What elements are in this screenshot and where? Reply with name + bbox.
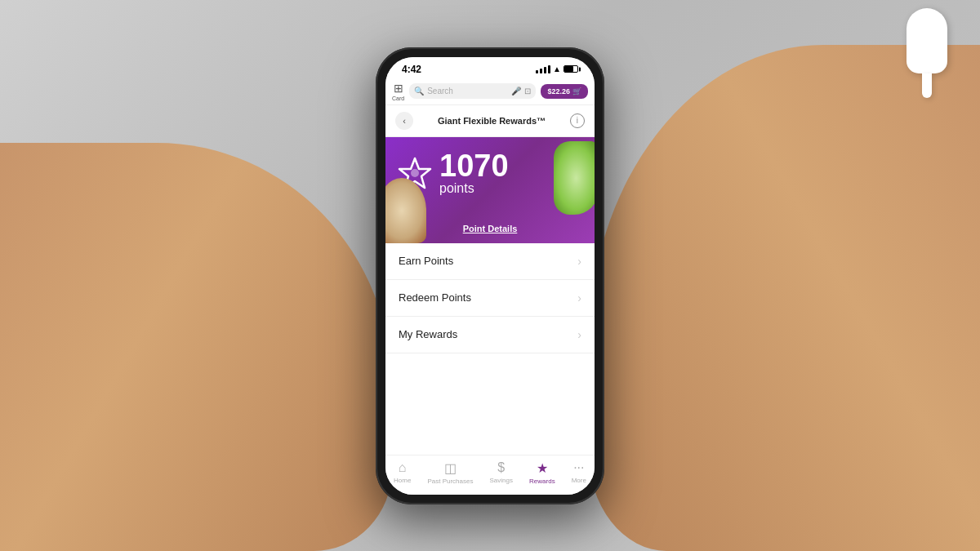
- my-rewards-label: My Rewards: [399, 328, 457, 340]
- cart-button[interactable]: $22.26 🛒: [541, 84, 588, 99]
- info-button[interactable]: i: [570, 113, 585, 128]
- rewards-label: Rewards: [529, 478, 555, 485]
- nav-item-home[interactable]: ⌂ Home: [394, 460, 411, 484]
- savings-label: Savings: [490, 477, 513, 484]
- battery-icon: [564, 65, 578, 73]
- airpod: [906, 8, 947, 73]
- earn-points-chevron: ›: [577, 255, 581, 268]
- nav-header: ‹ Giant Flexible Rewards™ i: [385, 105, 595, 137]
- signal-bar-1: [536, 70, 538, 73]
- home-icon: ⌂: [399, 460, 407, 475]
- phone-screen: 4:42 ▲ ⊞ Card 🔍 S: [385, 57, 595, 495]
- cart-amount: $22.26: [547, 87, 570, 96]
- redeem-points-chevron: ›: [577, 291, 581, 304]
- food-image-right: [554, 141, 595, 215]
- my-rewards-chevron: ›: [577, 328, 581, 341]
- earn-points-item[interactable]: Earn Points ›: [385, 243, 595, 280]
- svg-point-1: [411, 169, 419, 177]
- card-button[interactable]: ⊞ Card: [392, 82, 404, 101]
- app-toolbar: ⊞ Card 🔍 Search 🎤 ⊡ $22.26 🛒: [385, 78, 595, 105]
- search-icon: 🔍: [414, 87, 424, 96]
- back-button[interactable]: ‹: [395, 112, 413, 130]
- signal-bar-3: [544, 67, 546, 73]
- points-value: 1070: [439, 150, 509, 181]
- redeem-points-item[interactable]: Redeem Points ›: [385, 280, 595, 317]
- status-icons: ▲: [536, 64, 578, 73]
- menu-section: Earn Points › Redeem Points › My Rewards…: [385, 243, 595, 455]
- signal-bar-4: [548, 65, 550, 73]
- info-icon: i: [577, 116, 578, 125]
- redeem-points-label: Redeem Points: [399, 291, 471, 304]
- bottom-nav: ⌂ Home ◫ Past Purchases $ Savings ★ Rewa…: [385, 455, 595, 495]
- status-bar: 4:42 ▲: [385, 57, 595, 78]
- earn-points-label: Earn Points: [399, 255, 453, 267]
- signal-icon: [536, 65, 550, 73]
- more-label: More: [572, 477, 586, 484]
- status-time: 4:42: [402, 64, 421, 75]
- points-label: points: [439, 181, 474, 195]
- nav-item-savings[interactable]: $ Savings: [490, 460, 513, 484]
- page-title: Giant Flexible Rewards™: [438, 116, 546, 126]
- cart-icon: 🛒: [572, 87, 581, 96]
- my-rewards-item[interactable]: My Rewards ›: [385, 317, 595, 353]
- barcode-icon: ⊞: [394, 82, 403, 95]
- nav-item-rewards[interactable]: ★ Rewards: [529, 460, 555, 485]
- past-purchases-label: Past Purchases: [427, 478, 473, 485]
- card-label: Card: [392, 96, 404, 101]
- battery-fill: [564, 66, 573, 72]
- signal-bar-2: [540, 69, 542, 73]
- wifi-icon: ▲: [553, 64, 561, 73]
- past-purchases-icon: ◫: [444, 460, 457, 476]
- more-icon: ···: [573, 460, 584, 475]
- search-placeholder: Search: [427, 87, 508, 96]
- nav-item-more[interactable]: ··· More: [572, 460, 586, 484]
- scan-icon: ⊡: [524, 87, 531, 96]
- rewards-banner: 1070 points Point Details: [385, 137, 595, 243]
- rewards-icon: ★: [537, 460, 548, 476]
- back-icon: ‹: [403, 116, 406, 126]
- savings-icon: $: [497, 460, 505, 475]
- points-display: 1070 points: [439, 150, 509, 196]
- home-label: Home: [394, 477, 411, 484]
- nav-item-past-purchases[interactable]: ◫ Past Purchases: [427, 460, 473, 485]
- phone: 4:42 ▲ ⊞ Card 🔍 S: [376, 47, 604, 504]
- mic-icon: 🎤: [511, 87, 521, 96]
- search-bar[interactable]: 🔍 Search 🎤 ⊡: [409, 83, 536, 99]
